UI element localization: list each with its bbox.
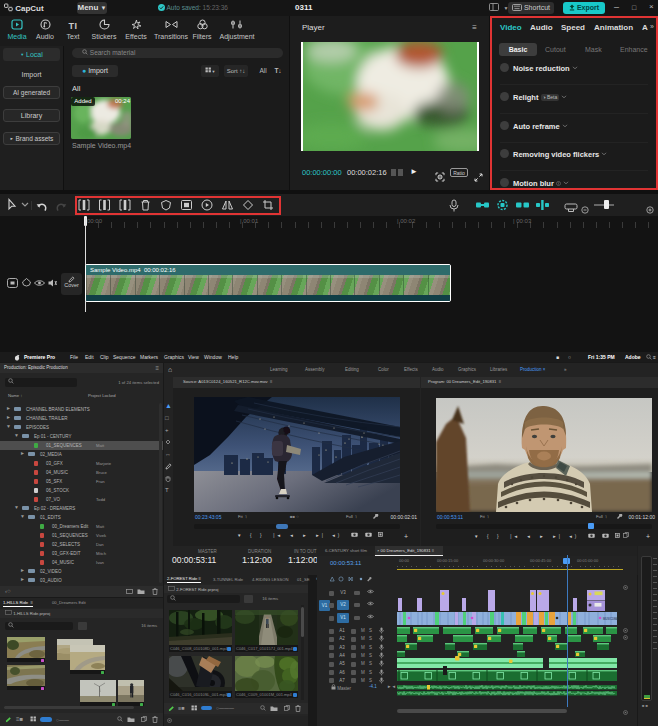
- svg-text:MUSICDMA: MUSICDMA: [603, 617, 618, 621]
